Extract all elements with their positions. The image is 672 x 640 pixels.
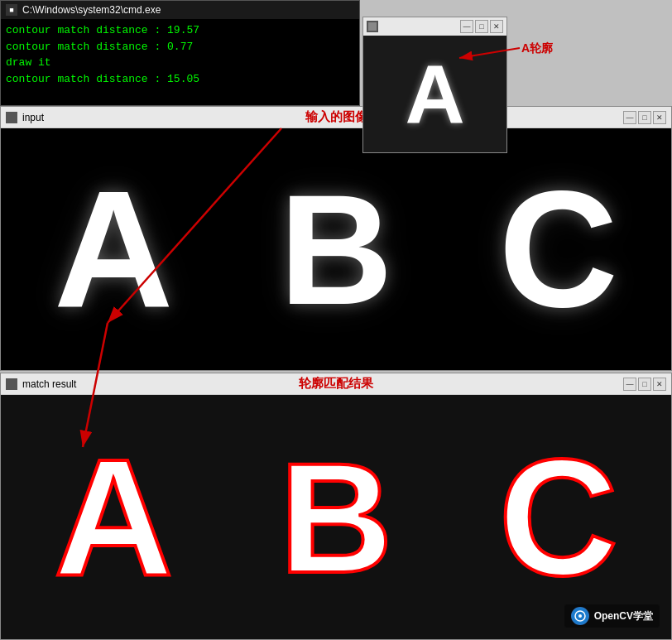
input-titlebar-left: input: [6, 112, 44, 123]
a-window-close[interactable]: ✕: [490, 20, 503, 33]
a-window-icon: [367, 21, 378, 32]
input-center-label: 输入的图像: [305, 109, 367, 125]
svg-rect-0: [368, 22, 377, 31]
a-titlebar-controls[interactable]: — □ ✕: [460, 20, 503, 33]
input-window-title: input: [22, 112, 44, 123]
match-window-icon: [6, 378, 17, 390]
match-titlebar: match result 轮廓匹配结果 — □ ✕: [1, 373, 671, 395]
input-letter-a: A: [54, 166, 173, 332]
input-minimize[interactable]: —: [623, 111, 636, 124]
svg-rect-2: [7, 380, 16, 388]
match-minimize[interactable]: —: [623, 378, 636, 391]
a-titlebar-left: [367, 21, 378, 32]
input-window-icon: [6, 112, 17, 123]
cmd-title: C:\Windows\system32\cmd.exe: [22, 4, 161, 16]
watermark-icon: [571, 607, 589, 625]
watermark: OpenCV学堂: [564, 604, 660, 628]
match-letter-a: A: [54, 435, 173, 600]
match-window-title: match result: [22, 378, 76, 390]
input-letter-b: B: [279, 171, 392, 328]
a-contour-window: — □ ✕ A: [362, 17, 507, 153]
input-window: input 输入的图像 — □ ✕ A B C: [0, 106, 672, 371]
svg-point-6: [578, 614, 582, 618]
cmd-titlebar: ■ C:\Windows\system32\cmd.exe: [1, 1, 359, 19]
a-contour-content: A: [363, 36, 506, 152]
cmd-icon: ■: [6, 4, 17, 16]
input-maximize[interactable]: □: [638, 111, 651, 124]
input-close[interactable]: ✕: [653, 111, 666, 124]
match-center-label: 轮廓匹配结果: [299, 376, 373, 392]
svg-rect-1: [7, 113, 16, 122]
match-window: match result 轮廓匹配结果 — □ ✕ A B C: [0, 373, 672, 640]
match-close[interactable]: ✕: [653, 378, 666, 391]
match-titlebar-left: match result: [6, 378, 76, 390]
a-window-maximize[interactable]: □: [475, 20, 488, 33]
cmd-line-2: contour match distance : 0.77: [6, 39, 354, 55]
cmd-content: contour match distance : 19.57 contour m…: [1, 19, 359, 90]
watermark-text: OpenCV学堂: [594, 609, 653, 623]
input-titlebar-controls[interactable]: — □ ✕: [623, 111, 666, 124]
input-image-content: A B C: [1, 128, 671, 370]
cmd-line-1: contour match distance : 19.57: [6, 22, 354, 39]
a-contour-titlebar: — □ ✕: [363, 17, 506, 36]
match-titlebar-controls[interactable]: — □ ✕: [623, 378, 666, 391]
a-window-minimize[interactable]: —: [460, 20, 473, 33]
input-titlebar: input 输入的图像 — □ ✕: [1, 107, 671, 128]
match-image-content: A B C: [1, 395, 671, 639]
input-letter-c: C: [499, 166, 618, 332]
cmd-line-4: contour match distance : 15.05: [6, 71, 354, 88]
match-maximize[interactable]: □: [638, 378, 651, 391]
match-letter-b: B: [279, 439, 392, 596]
input-letters-row: A B C: [1, 128, 671, 370]
match-letter-c: C: [499, 435, 618, 600]
cmd-line-3: draw it: [6, 55, 354, 71]
a-contour-label: A轮廓: [521, 41, 553, 56]
a-contour-letter: A: [405, 53, 464, 136]
cmd-window: ■ C:\Windows\system32\cmd.exe contour ma…: [0, 0, 360, 106]
